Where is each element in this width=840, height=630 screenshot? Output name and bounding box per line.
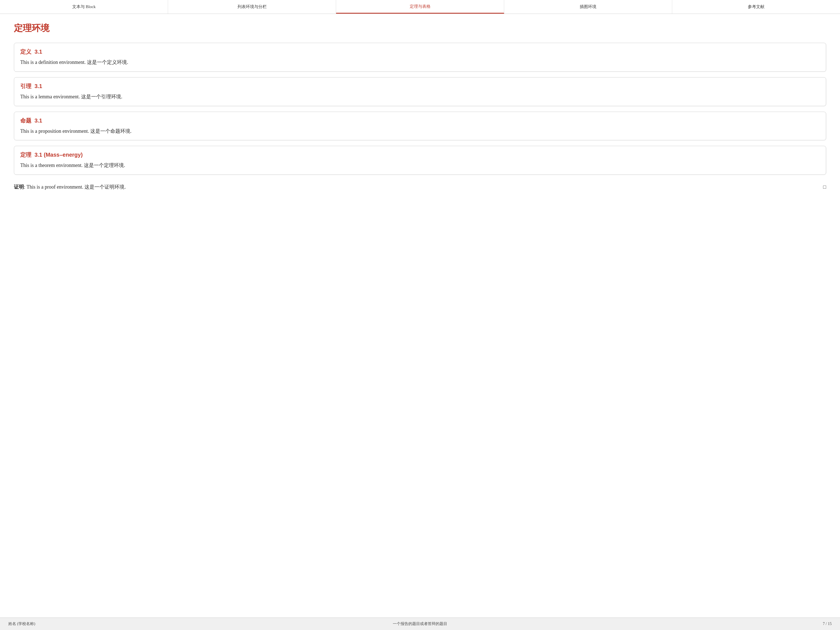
theorem-label-cn: 定理: [20, 152, 32, 158]
proof-text: 证明: This is a proof environment. 这是一个证明环…: [14, 183, 818, 191]
definition-title: 定义 3.1: [20, 48, 820, 55]
definition-label-cn: 定义: [20, 49, 32, 55]
main-content: 定理环境 定义 3.1 This is a definition environ…: [0, 14, 840, 617]
nav-item-chatu[interactable]: 插图环境: [504, 0, 672, 14]
proposition-box: 命题 3.1 This is a proposition environment…: [14, 112, 826, 141]
definition-box: 定义 3.1 This is a definition environment.…: [14, 43, 826, 72]
lemma-label-cn: 引理: [20, 83, 32, 89]
footer-left: 姓名 (学校名称): [8, 621, 283, 626]
nav-item-wenben[interactable]: 文本与 Block: [0, 0, 168, 14]
nav-item-cankao[interactable]: 参考文献: [672, 0, 840, 14]
theorem-label-num: 3.1 (Mass–energy): [33, 152, 83, 158]
proposition-title: 命题 3.1: [20, 117, 820, 125]
lemma-label-num: 3.1: [33, 83, 42, 89]
lemma-box: 引理 3.1 This is a lemma environment. 这是一个…: [14, 77, 826, 106]
proof-body: : This is a proof environment. 这是一个证明环境.: [24, 184, 126, 190]
nav-item-liebiao[interactable]: 列表环境与分栏: [168, 0, 336, 14]
lemma-title: 引理 3.1: [20, 82, 820, 90]
page-title: 定理环境: [14, 22, 826, 35]
proposition-label-cn: 命题: [20, 117, 32, 124]
nav-item-dingli[interactable]: 定理与表格: [336, 0, 504, 14]
proof-line: 证明: This is a proof environment. 这是一个证明环…: [14, 180, 826, 194]
footer-center: 一个报告的题目或者答辩的题目: [283, 621, 557, 626]
theorem-box: 定理 3.1 (Mass–energy) This is a theorem e…: [14, 146, 826, 175]
definition-body: This is a definition environment. 这是一个定义…: [20, 58, 820, 66]
lemma-body: This is a lemma environment. 这是一个引理环境.: [20, 93, 820, 101]
definition-label-num: 3.1: [33, 49, 42, 55]
theorem-title: 定理 3.1 (Mass–energy): [20, 151, 820, 159]
proposition-label-num: 3.1: [33, 117, 42, 124]
footer-right: 7 / 15: [557, 622, 832, 626]
navbar: 文本与 Block 列表环境与分栏 定理与表格 插图环境 参考文献: [0, 0, 840, 14]
proposition-body: This is a proposition environment. 这是一个命…: [20, 127, 820, 135]
theorem-body: This is a theorem environment. 这是一个定理环境.: [20, 161, 820, 169]
footer: 姓名 (学校名称) 一个报告的题目或者答辩的题目 7 / 15: [0, 617, 840, 630]
proof-label: 证明: [14, 184, 24, 190]
proof-qed: □: [823, 183, 826, 191]
